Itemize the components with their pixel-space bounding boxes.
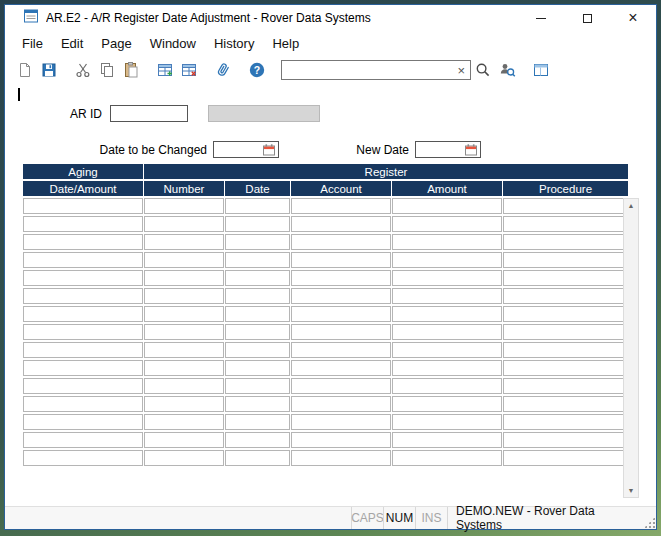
- table-cell[interactable]: [291, 360, 391, 376]
- table-cell[interactable]: [225, 324, 290, 340]
- table-cell[interactable]: [23, 360, 143, 376]
- vertical-scrollbar[interactable]: ▲ ▼: [623, 198, 639, 498]
- table-cell[interactable]: [23, 432, 143, 448]
- paste-button[interactable]: [119, 58, 143, 82]
- table-cell[interactable]: [23, 234, 143, 250]
- menu-page[interactable]: Page: [92, 32, 140, 55]
- table-cell[interactable]: [392, 270, 502, 286]
- table-cell[interactable]: [503, 432, 628, 448]
- table-cell[interactable]: [144, 270, 224, 286]
- table-cell[interactable]: [23, 324, 143, 340]
- table-row[interactable]: [23, 198, 628, 214]
- resize-grip[interactable]: [642, 507, 656, 529]
- table-row[interactable]: [23, 432, 628, 448]
- table-cell[interactable]: [23, 342, 143, 358]
- table-cell[interactable]: [291, 450, 391, 466]
- table-row[interactable]: [23, 306, 628, 322]
- table-cell[interactable]: [503, 288, 628, 304]
- table-cell[interactable]: [392, 360, 502, 376]
- table-cell[interactable]: [291, 432, 391, 448]
- table-row[interactable]: [23, 324, 628, 340]
- table-cell[interactable]: [225, 378, 290, 394]
- scroll-up-icon[interactable]: ▲: [624, 199, 638, 212]
- table-cell[interactable]: [144, 342, 224, 358]
- new-document-button[interactable]: [13, 58, 37, 82]
- table-cell[interactable]: [392, 216, 502, 232]
- table-row[interactable]: [23, 360, 628, 376]
- table-cell[interactable]: [503, 252, 628, 268]
- table-cell[interactable]: [503, 342, 628, 358]
- minimize-button[interactable]: [518, 5, 564, 31]
- date-to-change-input[interactable]: [214, 143, 260, 157]
- table-cell[interactable]: [503, 324, 628, 340]
- menu-help[interactable]: Help: [263, 32, 308, 55]
- table-cell[interactable]: [225, 342, 290, 358]
- table-cell[interactable]: [144, 306, 224, 322]
- table-cell[interactable]: [392, 396, 502, 412]
- table-cell[interactable]: [503, 306, 628, 322]
- table-cell[interactable]: [225, 216, 290, 232]
- table-cell[interactable]: [503, 270, 628, 286]
- table-cell[interactable]: [23, 198, 143, 214]
- table-row[interactable]: [23, 396, 628, 412]
- table-cell[interactable]: [291, 378, 391, 394]
- table-cell[interactable]: [503, 360, 628, 376]
- form-view-button[interactable]: [529, 58, 553, 82]
- table-cell[interactable]: [291, 324, 391, 340]
- table-cell[interactable]: [144, 198, 224, 214]
- table-cell[interactable]: [23, 288, 143, 304]
- table-cell[interactable]: [503, 450, 628, 466]
- table-cell[interactable]: [225, 450, 290, 466]
- table-cell[interactable]: [503, 414, 628, 430]
- save-button[interactable]: [37, 58, 61, 82]
- menu-file[interactable]: File: [13, 32, 52, 55]
- table-cell[interactable]: [23, 396, 143, 412]
- table-cell[interactable]: [392, 198, 502, 214]
- table-cell[interactable]: [291, 216, 391, 232]
- clear-search-icon[interactable]: ×: [454, 64, 468, 77]
- table-cell[interactable]: [23, 252, 143, 268]
- table-row[interactable]: [23, 288, 628, 304]
- table-cell[interactable]: [23, 216, 143, 232]
- table-cell[interactable]: [291, 414, 391, 430]
- table-cell[interactable]: [291, 396, 391, 412]
- table-row[interactable]: [23, 414, 628, 430]
- menu-window[interactable]: Window: [141, 32, 205, 55]
- table-cell[interactable]: [144, 252, 224, 268]
- table-cell[interactable]: [144, 288, 224, 304]
- table-cell[interactable]: [225, 396, 290, 412]
- title-bar[interactable]: AR.E2 - A/R Register Date Adjustment - R…: [5, 5, 656, 31]
- table-cell[interactable]: [23, 450, 143, 466]
- table-cell[interactable]: [23, 270, 143, 286]
- search-button[interactable]: [471, 58, 495, 82]
- table-row[interactable]: [23, 378, 628, 394]
- table-cell[interactable]: [392, 450, 502, 466]
- table-cell[interactable]: [225, 414, 290, 430]
- table-cell[interactable]: [503, 396, 628, 412]
- table-cell[interactable]: [225, 288, 290, 304]
- copy-button[interactable]: [95, 58, 119, 82]
- user-search-button[interactable]: [495, 58, 519, 82]
- table-cell[interactable]: [23, 378, 143, 394]
- table-cell[interactable]: [503, 378, 628, 394]
- table-cell[interactable]: [144, 432, 224, 448]
- table-cell[interactable]: [144, 216, 224, 232]
- search-input[interactable]: [286, 63, 454, 77]
- table-cell[interactable]: [392, 234, 502, 250]
- table-cell[interactable]: [392, 414, 502, 430]
- table-cell[interactable]: [392, 324, 502, 340]
- table-cell[interactable]: [503, 216, 628, 232]
- table-cell[interactable]: [144, 450, 224, 466]
- table-cell[interactable]: [291, 252, 391, 268]
- table-cell[interactable]: [144, 234, 224, 250]
- table-cell[interactable]: [144, 396, 224, 412]
- table-cell[interactable]: [392, 252, 502, 268]
- table-cell[interactable]: [392, 342, 502, 358]
- delete-line-button[interactable]: [177, 58, 201, 82]
- help-button[interactable]: ?: [245, 58, 269, 82]
- new-date-input[interactable]: [416, 143, 462, 157]
- menu-history[interactable]: History: [205, 32, 263, 55]
- table-cell[interactable]: [225, 270, 290, 286]
- ar-id-input[interactable]: [110, 105, 188, 122]
- table-cell[interactable]: [392, 288, 502, 304]
